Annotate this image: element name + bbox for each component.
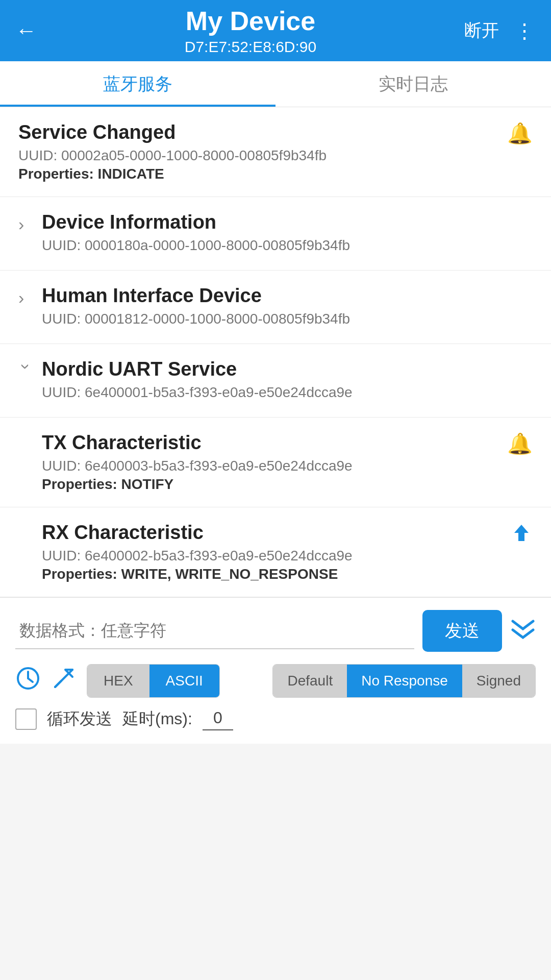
rx-characteristic: RX Characteristic UUID: 6e400002-b5a3-f3… [0, 507, 551, 597]
hid-uuid: UUID: 00001812-0000-1000-8000-00805f9b34… [42, 311, 533, 327]
svg-marker-0 [514, 525, 529, 541]
signed-button[interactable]: Signed [462, 665, 535, 697]
device-information-uuid: UUID: 0000180a-0000-1000-8000-00805f9b34… [42, 237, 533, 254]
service-changed: Service Changed UUID: 00002a05-0000-1000… [0, 107, 551, 197]
human-interface-device: › Human Interface Device UUID: 00001812-… [0, 271, 551, 344]
header-title-block: My Device D7:E7:52:E8:6D:90 [37, 6, 464, 56]
tx-characteristic-properties: Properties: NOTIFY [42, 476, 497, 493]
hid-name: Human Interface Device [42, 285, 533, 307]
tx-characteristic-name: TX Characteristic [42, 432, 497, 454]
service-changed-bell-icon[interactable]: 🔔 [507, 121, 533, 145]
tab-bar: 蓝牙服务 实时日志 [0, 61, 551, 107]
tx-characteristic-bell-icon[interactable]: 🔔 [507, 432, 533, 456]
nordic-uart-uuid: UUID: 6e400001-b5a3-f393-e0a9-e50e24dcca… [42, 384, 533, 401]
more-menu-button[interactable]: ⋮ [514, 19, 536, 42]
svg-line-3 [28, 678, 33, 682]
loop-label: 循环发送 [47, 708, 112, 730]
ascii-button[interactable]: ASCII [149, 665, 219, 697]
send-button[interactable]: 发送 [422, 610, 502, 652]
nordic-uart-service: › Nordic UART Service UUID: 6e400001-b5a… [0, 344, 551, 418]
rx-characteristic-upload-icon[interactable] [510, 522, 533, 549]
expand-down-button[interactable] [510, 619, 536, 644]
default-button[interactable]: Default [273, 665, 347, 697]
service-changed-properties: Properties: INDICATE [18, 166, 497, 182]
send-icon-button[interactable] [51, 666, 77, 696]
rx-characteristic-uuid: UUID: 6e400002-b5a3-f393-e0a9-e50e24dcca… [42, 548, 500, 564]
hid-header: › Human Interface Device UUID: 00001812-… [18, 285, 533, 329]
service-changed-name: Service Changed [18, 121, 497, 143]
delay-value[interactable]: 0 [203, 708, 233, 730]
encoding-button-group: HEX ASCII [87, 664, 220, 698]
nordic-uart-name: Nordic UART Service [42, 358, 533, 380]
rx-characteristic-properties: Properties: WRITE, WRITE_NO_RESPONSE [42, 566, 500, 582]
back-button[interactable]: ← [15, 18, 37, 43]
hex-button[interactable]: HEX [87, 665, 149, 697]
service-changed-uuid: UUID: 00002a05-0000-1000-8000-00805f9b34… [18, 148, 497, 164]
nordic-uart-info: Nordic UART Service UUID: 6e400001-b5a3-… [42, 358, 533, 403]
device-information-left: › Device Information UUID: 0000180a-0000… [18, 211, 533, 256]
device-information: › Device Information UUID: 0000180a-0000… [0, 197, 551, 271]
tx-characteristic-info: TX Characteristic UUID: 6e400003-b5a3-f3… [42, 432, 497, 493]
data-input[interactable] [15, 613, 414, 649]
service-list: Service Changed UUID: 00002a05-0000-1000… [0, 107, 551, 597]
response-button-group: Default No Response Signed [272, 664, 536, 698]
nordic-uart-expand-icon[interactable]: › [16, 364, 36, 379]
device-address: D7:E7:52:E8:6D:90 [37, 38, 464, 56]
header-actions: 断开 ⋮ [464, 19, 536, 42]
hid-expand-icon[interactable]: › [18, 288, 34, 308]
tx-characteristic-uuid: UUID: 6e400003-b5a3-f393-e0a9-e50e24dcca… [42, 458, 497, 474]
hid-info: Human Interface Device UUID: 00001812-00… [42, 285, 533, 329]
tab-bluetooth[interactable]: 蓝牙服务 [0, 61, 276, 107]
no-response-button[interactable]: No Response [347, 665, 462, 697]
service-changed-info: Service Changed UUID: 00002a05-0000-1000… [18, 121, 497, 182]
input-row: 发送 [15, 610, 536, 652]
history-button[interactable] [15, 666, 41, 696]
tab-log[interactable]: 实时日志 [276, 61, 551, 107]
loop-row: 循环发送 延时(ms): 0 [15, 708, 536, 736]
disconnect-button[interactable]: 断开 [464, 19, 499, 42]
device-information-expand-icon[interactable]: › [18, 214, 34, 234]
delay-label: 延时(ms): [122, 708, 192, 730]
loop-checkbox[interactable] [15, 708, 37, 730]
service-changed-header: Service Changed UUID: 00002a05-0000-1000… [18, 121, 533, 182]
device-name: My Device [37, 6, 464, 36]
device-information-name: Device Information [42, 211, 533, 233]
format-row: HEX ASCII Default No Response Signed [15, 664, 536, 698]
hid-left: › Human Interface Device UUID: 00001812-… [18, 285, 533, 329]
input-area: 发送 HEX ASCII Def [0, 597, 551, 744]
header: ← My Device D7:E7:52:E8:6D:90 断开 ⋮ [0, 0, 551, 61]
nordic-uart-header: › Nordic UART Service UUID: 6e400001-b5a… [18, 358, 533, 403]
rx-characteristic-info: RX Characteristic UUID: 6e400002-b5a3-f3… [42, 522, 500, 582]
device-information-header: › Device Information UUID: 0000180a-0000… [18, 211, 533, 256]
svg-line-5 [55, 681, 61, 687]
device-information-info: Device Information UUID: 0000180a-0000-1… [42, 211, 533, 256]
tx-characteristic: TX Characteristic UUID: 6e400003-b5a3-f3… [0, 418, 551, 507]
rx-characteristic-name: RX Characteristic [42, 522, 500, 544]
nordic-uart-left: › Nordic UART Service UUID: 6e400001-b5a… [18, 358, 533, 403]
